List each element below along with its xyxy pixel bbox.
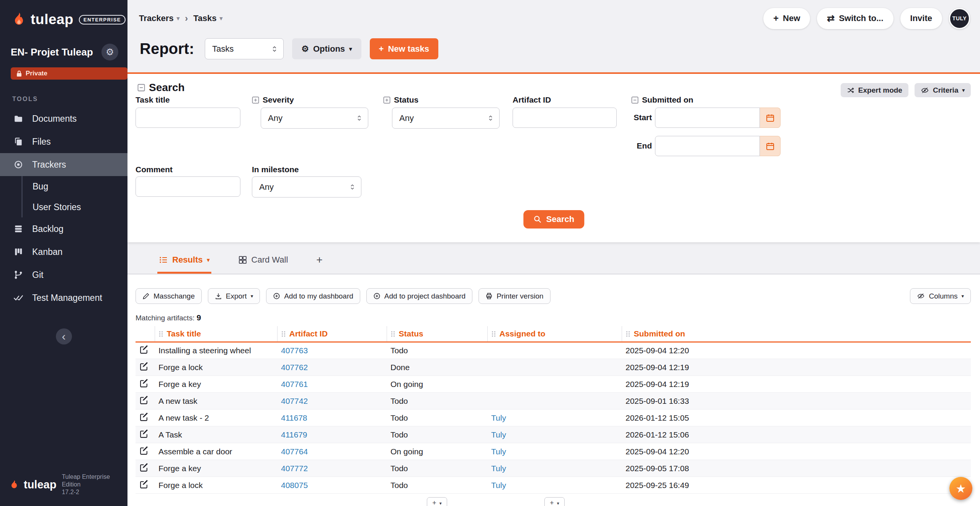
grid-icon [238,255,247,264]
report-select[interactable]: Tasks [205,38,284,59]
add-to-my-dashboard-label: Add to my dashboard [284,292,353,300]
chevron-down-icon: ▾ [207,257,209,263]
sidebar-item-backlog[interactable]: Backlog [0,217,127,240]
sort-task-title[interactable]: Task title [159,329,273,338]
search-section-header[interactable]: Search [137,82,185,94]
artifact-id-link[interactable]: 407764 [281,447,308,456]
collapse-square-icon[interactable] [631,96,639,104]
edit-artifact-icon[interactable] [139,412,149,422]
sidebar-item-documents[interactable]: Documents [0,107,127,130]
new-button-label: New [783,13,800,23]
sidebar-item-git[interactable]: Git [0,263,127,286]
calendar-icon-button[interactable] [760,108,781,128]
severity-select-value: Any [268,113,283,123]
criteria-button[interactable]: Criteria ▾ [915,83,971,97]
edit-artifact-icon[interactable] [139,463,149,472]
sidebar-subitem-bug[interactable]: Bug [23,176,127,197]
edit-artifact-icon[interactable] [139,429,149,439]
new-tasks-button[interactable]: + New tasks [370,38,438,59]
expand-square-icon[interactable] [252,96,259,104]
invite-button[interactable]: Invite [900,8,942,29]
add-to-my-dashboard-button[interactable]: Add to my dashboard [266,288,360,304]
avatar-initials: TULY [952,15,967,21]
options-button[interactable]: ⚙ Options ▾ [292,38,361,59]
cell-task-title: Installing a steering wheel [155,342,277,359]
end-date-input[interactable] [655,136,760,156]
artifact-id-link[interactable]: 408075 [281,481,308,490]
sort-artifact-id[interactable]: Artifact ID [281,329,383,338]
printer-version-button[interactable]: Printer version [479,288,550,304]
edit-artifact-icon[interactable] [139,480,149,489]
sidebar-collapse-button[interactable]: ‹ [56,328,72,344]
kanban-icon [12,247,24,257]
assigned-to-link[interactable]: Tuly [491,447,506,456]
sidebar-item-files[interactable]: Files [0,130,127,153]
edit-artifact-icon[interactable] [139,362,149,371]
search-button[interactable]: Search [523,210,584,229]
artifact-id-link[interactable]: 407772 [281,464,308,473]
sidebar-item-trackers[interactable]: Trackers [0,153,127,176]
grip-icon [391,331,395,337]
columns-button[interactable]: Columns ▾ [910,288,971,304]
logo-wordmark: tuleap [31,11,74,28]
cell-submitted-on: 2025-09-04 12:19 [622,359,971,376]
cell-task-title: A new task [155,393,277,410]
breadcrumb-trackers[interactable]: Trackers ▾ [139,13,180,23]
start-date-input[interactable] [655,108,760,128]
column-header-artifact-id: Artifact ID [277,326,387,342]
chevron-left-icon: ‹ [62,331,66,342]
sidebar-subitem-label: Bug [33,181,48,192]
topbar: Trackers ▾ › Tasks ▾ + New ⇄ Switch to..… [127,0,980,37]
breadcrumb-tasks[interactable]: Tasks ▾ [193,13,222,23]
pencil-icon [142,292,150,300]
artifact-id-link[interactable]: 411678 [281,413,307,422]
status-aggregate-button[interactable]: +▾ [427,497,447,506]
report-title: Report: [140,40,194,57]
assigned-to-link[interactable]: Tuly [491,413,506,422]
expert-mode-button[interactable]: Expert mode [841,83,908,97]
expand-square-icon[interactable] [383,96,390,104]
tab-add[interactable]: + [315,248,324,274]
assigned-to-link[interactable]: Tuly [491,430,506,439]
breadcrumb-label: Tasks [193,13,217,23]
artifact-id-link[interactable]: 407742 [281,397,308,405]
severity-select[interactable]: Any [261,108,368,129]
new-button[interactable]: + New [763,8,810,29]
trackers-icon [12,160,24,170]
artifact-id-input[interactable] [513,108,617,128]
status-select[interactable]: Any [392,108,500,129]
calendar-icon-button[interactable] [760,136,781,156]
edit-artifact-icon[interactable] [139,345,149,354]
table-row: Forge a lock 408075 Todo Tuly 2025-09-25… [136,477,971,494]
artifact-id-link[interactable]: 411679 [281,430,307,439]
switch-to-button[interactable]: ⇄ Switch to... [817,8,893,29]
edit-artifact-icon[interactable] [139,379,149,388]
sidebar-item-kanban[interactable]: Kanban [0,240,127,263]
artifact-id-link[interactable]: 407761 [281,380,308,388]
export-button[interactable]: Export ▾ [208,288,260,304]
sidebar-subitem-user-stories[interactable]: User Stories [23,197,127,217]
sort-assigned-to[interactable]: Assigned to [492,329,618,338]
user-avatar[interactable]: TULY [949,8,970,29]
task-title-input[interactable] [136,108,240,128]
tab-results[interactable]: Results ▾ [157,248,211,274]
artifact-id-link[interactable]: 407763 [281,346,308,355]
milestone-select[interactable]: Any [252,176,361,198]
header-label: Artifact ID [289,329,328,338]
help-feedback-fab[interactable]: ★ [949,477,972,500]
sort-status[interactable]: Status [391,329,483,338]
masschange-button[interactable]: Masschange [136,288,202,304]
sort-submitted-on[interactable]: Submitted on [626,329,967,338]
edit-artifact-icon[interactable] [139,395,149,405]
sidebar-item-test-management[interactable]: Test Management [0,286,127,309]
edit-artifact-icon[interactable] [139,446,149,455]
assigned-to-link[interactable]: Tuly [491,464,506,473]
project-settings-button[interactable]: ⚙ [101,44,118,60]
assigned-to-link[interactable]: Tuly [491,481,506,490]
artifact-id-link[interactable]: 407762 [281,363,308,372]
add-to-project-dashboard-button[interactable]: Add to project dashboard [366,288,472,304]
comment-input[interactable] [136,176,240,197]
search-panel: Search Expert mode Criteria ▾ Task title… [127,72,980,242]
tab-card-wall[interactable]: Card Wall [237,248,290,274]
assigned-aggregate-button[interactable]: +▾ [544,497,565,506]
